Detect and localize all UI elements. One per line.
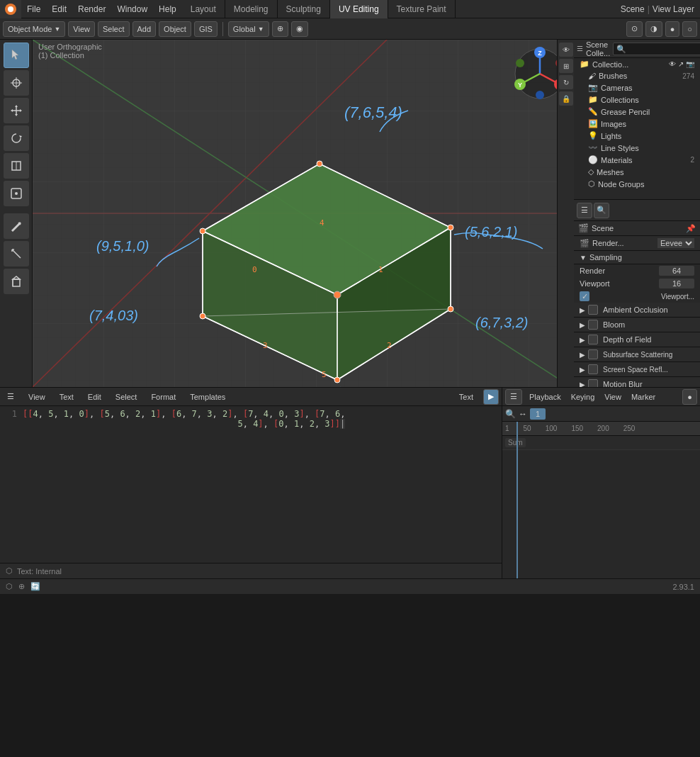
outliner-item-node-groups[interactable]: ⬡ Node Groups	[574, 178, 700, 190]
menu-window[interactable]: Window	[111, 0, 153, 18]
timeline-content[interactable]: 🔍 ↔ 1 1 50 100 150 200 250 Sum	[502, 406, 700, 578]
render-engine-select[interactable]: Eevee	[657, 238, 694, 248]
tab-uv-editing[interactable]: UV Editing	[330, 0, 388, 18]
tab-sculpting[interactable]: Sculpting	[278, 0, 330, 18]
tool-move[interactable]	[4, 98, 29, 123]
svg-point-33	[200, 228, 205, 234]
menu-render[interactable]: Render	[72, 0, 111, 18]
current-frame-display[interactable]: 1	[530, 408, 546, 420]
te-templates-menu[interactable]: Templates	[186, 388, 230, 406]
outliner-item-meshes[interactable]: ◇ Meshes	[574, 166, 700, 178]
te-view-menu[interactable]: View	[24, 388, 50, 406]
eye-icon[interactable]: 👁	[669, 60, 676, 68]
outliner-item-cameras[interactable]: 📷 Cameras	[574, 82, 700, 94]
select-menu[interactable]: Select	[98, 21, 130, 37]
ambient-occlusion-header[interactable]: ▶ Ambient Occlusion	[574, 303, 700, 318]
tool-rotate[interactable]	[4, 125, 29, 151]
add-menu[interactable]: Add	[132, 21, 157, 37]
ssr-checkbox[interactable]	[588, 364, 598, 374]
te-select-menu[interactable]: Select	[111, 388, 142, 406]
proportional-btn[interactable]: ◉	[291, 21, 308, 37]
props-icon-btn[interactable]: ☰	[577, 203, 592, 218]
object-menu[interactable]: Object	[159, 21, 191, 37]
outliner-item-grease-pencil[interactable]: ✏️ Grease Pencil	[574, 106, 700, 118]
outliner-item-collections[interactable]: 📁 Collections	[574, 94, 700, 106]
view-icon[interactable]: 👁	[559, 43, 573, 57]
te-mode-menu[interactable]: ☰	[3, 388, 18, 406]
te-run-btn[interactable]: ▶	[483, 389, 499, 405]
menu-help[interactable]: Help	[153, 0, 182, 18]
footer-icon: ⬡	[6, 566, 13, 576]
tool-transform[interactable]	[4, 181, 29, 206]
tool-annotate[interactable]	[4, 213, 29, 239]
tl-marker[interactable]: Marker	[628, 393, 658, 401]
grid-icon[interactable]: ⊞	[559, 59, 573, 73]
bloom-header[interactable]: ▶ Bloom	[574, 318, 700, 332]
text-editor-code[interactable]: 1 [[4, 5, 1, 0], [5, 6, 2, 1], [6, 7, 3,…	[0, 406, 502, 563]
menu-edit[interactable]: Edit	[46, 0, 72, 18]
scene-pin-icon[interactable]: 📌	[686, 224, 696, 233]
tl-view[interactable]: View	[602, 393, 624, 401]
props-area: 🎬 Render... Eevee ▼ Sampling Render View…	[574, 236, 700, 387]
search-icon-btn[interactable]: 🔍	[594, 203, 609, 218]
outliner-item-line-styles[interactable]: 〰️ Line Styles	[574, 142, 700, 154]
rotation-icon[interactable]: ↻	[559, 75, 573, 89]
code-content[interactable]: [[4, 5, 1, 0], [5, 6, 2, 1], [6, 7, 3, 2…	[23, 409, 496, 560]
ao-checkbox[interactable]	[588, 305, 598, 315]
snap-btn[interactable]: ⊕	[272, 21, 288, 37]
tab-modeling[interactable]: Modeling	[225, 0, 278, 18]
render-samples-input[interactable]	[659, 266, 694, 276]
tool-add-cube[interactable]	[4, 269, 29, 294]
tool-scale[interactable]	[4, 153, 29, 179]
tool-cursor[interactable]	[4, 70, 29, 96]
te-text-menu[interactable]: Text	[55, 388, 78, 406]
outliner-search[interactable]	[613, 43, 700, 55]
te-edit-menu[interactable]: Edit	[84, 388, 106, 406]
tool-measure[interactable]	[4, 241, 29, 267]
grease-pencil-icon: ✏️	[588, 107, 598, 116]
te-file-name[interactable]: Text	[455, 388, 478, 406]
outliner-item-lights[interactable]: 💡 Lights	[574, 130, 700, 142]
outliner-item-collection[interactable]: 📁 Collectio... 👁 ↗ 📷	[574, 58, 700, 70]
bloom-checkbox[interactable]	[588, 320, 598, 330]
view-menu[interactable]: View	[68, 21, 95, 37]
sss-header[interactable]: ▶ Subsurface Scattering	[574, 347, 700, 362]
mode-selector[interactable]: Object Mode ▼	[3, 21, 65, 37]
timeline-track-summary: Sum	[502, 436, 700, 450]
tab-texture-paint[interactable]: Texture Paint	[388, 0, 456, 18]
sampling-header[interactable]: ▼ Sampling	[574, 251, 700, 264]
viewport-denoising-checkbox[interactable]: ✓	[580, 291, 589, 301]
render-icon[interactable]: 📷	[686, 60, 694, 68]
dof-header[interactable]: ▶ Depth of Field	[574, 332, 700, 347]
mb-checkbox[interactable]	[588, 379, 598, 387]
menu-file[interactable]: File	[21, 0, 46, 18]
svg-point-53	[516, 59, 524, 67]
tool-select[interactable]	[4, 43, 29, 68]
scene-area: Scene | View Layer	[615, 4, 700, 14]
left-sidebar	[0, 40, 33, 387]
outliner-item-images[interactable]: 🖼️ Images	[574, 118, 700, 130]
xray-btn[interactable]: ◑	[645, 21, 662, 37]
select-icon[interactable]: ↗	[678, 60, 684, 68]
tl-keying[interactable]: Keying	[568, 393, 598, 401]
render-settings-header[interactable]: 🎬 Render... Eevee	[574, 236, 700, 251]
overlay-btn[interactable]: ⊙	[626, 21, 643, 37]
tl-playback[interactable]: Playback	[526, 393, 564, 401]
sss-checkbox[interactable]	[588, 349, 598, 359]
gis-menu[interactable]: GIS	[194, 21, 218, 37]
solid-mode[interactable]: ●	[665, 21, 680, 37]
viewport-samples-input[interactable]	[659, 279, 694, 288]
dof-checkbox[interactable]	[588, 335, 598, 344]
tl-mode-btn[interactable]: ☰	[505, 389, 522, 405]
outliner-item-brushes[interactable]: 🖌 Brushes 274	[574, 70, 700, 82]
motion-blur-header[interactable]: ▶ Motion Blur	[574, 377, 700, 387]
ssr-header[interactable]: ▶ Screen Space Refl...	[574, 362, 700, 377]
tab-layout[interactable]: Layout	[182, 0, 225, 18]
outliner-item-materials[interactable]: ⚪ Materials 2	[574, 154, 700, 166]
tl-record-btn[interactable]: ●	[682, 389, 697, 405]
viewport[interactable]: User Orthographic (1) Collection 0 1 2 3…	[33, 40, 574, 387]
rendered-mode[interactable]: ○	[682, 21, 697, 37]
te-format-menu[interactable]: Format	[147, 388, 180, 406]
lock-icon[interactable]: 🔒	[559, 91, 573, 106]
transform-selector[interactable]: Global ▼	[228, 21, 269, 37]
